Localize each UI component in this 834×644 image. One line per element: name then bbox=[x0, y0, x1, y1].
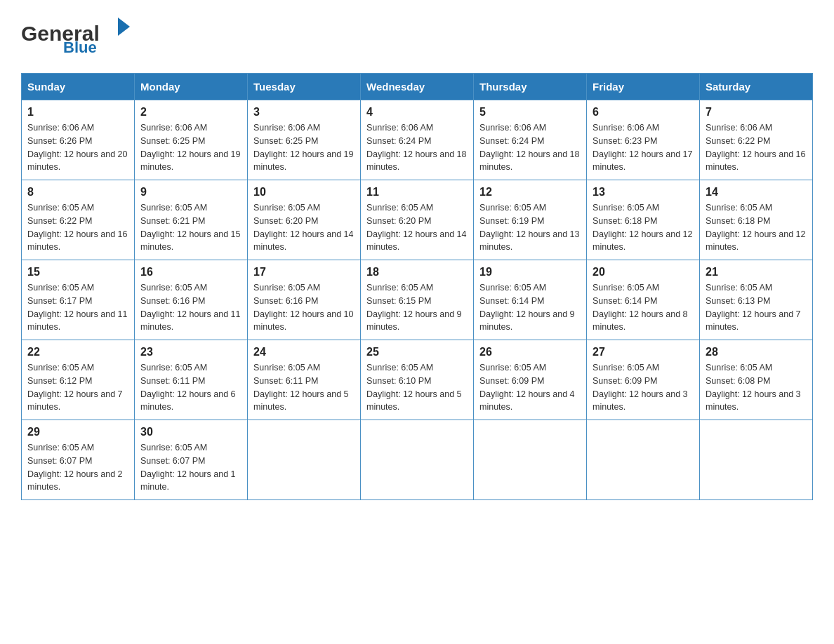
calendar-week-row: 8Sunrise: 6:05 AMSunset: 6:22 PMDaylight… bbox=[22, 180, 813, 260]
day-number: 20 bbox=[593, 266, 694, 279]
calendar-week-row: 1Sunrise: 6:06 AMSunset: 6:26 PMDaylight… bbox=[22, 100, 813, 180]
day-number: 30 bbox=[140, 426, 241, 438]
calendar-day-cell: 12Sunrise: 6:05 AMSunset: 6:19 PMDayligh… bbox=[474, 180, 587, 260]
day-number: 2 bbox=[140, 106, 241, 119]
calendar-day-cell: 28Sunrise: 6:05 AMSunset: 6:08 PMDayligh… bbox=[700, 340, 813, 420]
day-number: 28 bbox=[706, 346, 807, 358]
day-of-week-header: Tuesday bbox=[248, 74, 361, 100]
day-info: Sunrise: 6:05 AMSunset: 6:15 PMDaylight:… bbox=[366, 281, 468, 334]
day-info: Sunrise: 6:05 AMSunset: 6:22 PMDaylight:… bbox=[27, 201, 128, 254]
day-info: Sunrise: 6:06 AMSunset: 6:22 PMDaylight:… bbox=[706, 121, 807, 174]
day-info: Sunrise: 6:05 AMSunset: 6:18 PMDaylight:… bbox=[593, 201, 694, 254]
day-number: 12 bbox=[479, 186, 581, 199]
calendar-day-cell: 24Sunrise: 6:05 AMSunset: 6:11 PMDayligh… bbox=[248, 340, 361, 420]
calendar-day-cell bbox=[361, 420, 474, 500]
calendar-week-row: 22Sunrise: 6:05 AMSunset: 6:12 PMDayligh… bbox=[22, 340, 813, 420]
day-info: Sunrise: 6:05 AMSunset: 6:16 PMDaylight:… bbox=[140, 281, 241, 334]
calendar-day-cell: 17Sunrise: 6:05 AMSunset: 6:16 PMDayligh… bbox=[248, 260, 361, 340]
calendar-day-cell: 18Sunrise: 6:05 AMSunset: 6:15 PMDayligh… bbox=[361, 260, 474, 340]
day-info: Sunrise: 6:05 AMSunset: 6:20 PMDaylight:… bbox=[253, 201, 355, 254]
calendar-day-cell: 16Sunrise: 6:05 AMSunset: 6:16 PMDayligh… bbox=[135, 260, 248, 340]
day-info: Sunrise: 6:06 AMSunset: 6:25 PMDaylight:… bbox=[140, 121, 241, 174]
calendar-day-cell bbox=[474, 420, 587, 500]
day-info: Sunrise: 6:06 AMSunset: 6:26 PMDaylight:… bbox=[27, 121, 128, 174]
calendar-day-cell: 21Sunrise: 6:05 AMSunset: 6:13 PMDayligh… bbox=[700, 260, 813, 340]
calendar-header-row: SundayMondayTuesdayWednesdayThursdayFrid… bbox=[22, 74, 813, 100]
day-number: 17 bbox=[253, 266, 355, 279]
day-of-week-header: Saturday bbox=[700, 74, 813, 100]
svg-text:Blue: Blue bbox=[63, 39, 97, 56]
day-of-week-header: Sunday bbox=[22, 74, 135, 100]
calendar-day-cell: 23Sunrise: 6:05 AMSunset: 6:11 PMDayligh… bbox=[135, 340, 248, 420]
day-number: 1 bbox=[27, 106, 128, 119]
day-info: Sunrise: 6:05 AMSunset: 6:14 PMDaylight:… bbox=[593, 281, 694, 334]
calendar-day-cell: 15Sunrise: 6:05 AMSunset: 6:17 PMDayligh… bbox=[22, 260, 135, 340]
day-info: Sunrise: 6:05 AMSunset: 6:07 PMDaylight:… bbox=[140, 441, 241, 494]
calendar-day-cell: 22Sunrise: 6:05 AMSunset: 6:12 PMDayligh… bbox=[22, 340, 135, 420]
day-info: Sunrise: 6:05 AMSunset: 6:21 PMDaylight:… bbox=[140, 201, 241, 254]
calendar-day-cell: 26Sunrise: 6:05 AMSunset: 6:09 PMDayligh… bbox=[474, 340, 587, 420]
calendar-day-cell: 3Sunrise: 6:06 AMSunset: 6:25 PMDaylight… bbox=[248, 100, 361, 180]
day-of-week-header: Friday bbox=[587, 74, 700, 100]
calendar-day-cell: 6Sunrise: 6:06 AMSunset: 6:23 PMDaylight… bbox=[587, 100, 700, 180]
day-number: 15 bbox=[27, 266, 128, 279]
day-number: 24 bbox=[253, 346, 355, 358]
calendar-day-cell: 9Sunrise: 6:05 AMSunset: 6:21 PMDaylight… bbox=[135, 180, 248, 260]
day-of-week-header: Thursday bbox=[474, 74, 587, 100]
day-number: 9 bbox=[140, 186, 241, 199]
day-number: 22 bbox=[27, 346, 128, 358]
calendar-day-cell bbox=[700, 420, 813, 500]
day-number: 8 bbox=[27, 186, 128, 199]
logo: General Blue bbox=[21, 14, 133, 59]
day-info: Sunrise: 6:06 AMSunset: 6:23 PMDaylight:… bbox=[593, 121, 694, 174]
day-number: 25 bbox=[366, 346, 468, 358]
day-info: Sunrise: 6:05 AMSunset: 6:19 PMDaylight:… bbox=[479, 201, 581, 254]
page-header: General Blue bbox=[21, 14, 813, 59]
day-info: Sunrise: 6:05 AMSunset: 6:20 PMDaylight:… bbox=[366, 201, 468, 254]
day-info: Sunrise: 6:05 AMSunset: 6:08 PMDaylight:… bbox=[706, 361, 807, 414]
day-number: 11 bbox=[366, 186, 468, 199]
day-of-week-header: Wednesday bbox=[361, 74, 474, 100]
day-info: Sunrise: 6:05 AMSunset: 6:09 PMDaylight:… bbox=[479, 361, 581, 414]
day-number: 7 bbox=[706, 106, 807, 119]
svg-marker-1 bbox=[118, 18, 130, 36]
day-info: Sunrise: 6:05 AMSunset: 6:17 PMDaylight:… bbox=[27, 281, 128, 334]
day-info: Sunrise: 6:05 AMSunset: 6:07 PMDaylight:… bbox=[27, 441, 128, 494]
day-info: Sunrise: 6:05 AMSunset: 6:11 PMDaylight:… bbox=[140, 361, 241, 414]
calendar-day-cell: 30Sunrise: 6:05 AMSunset: 6:07 PMDayligh… bbox=[135, 420, 248, 500]
calendar-week-row: 29Sunrise: 6:05 AMSunset: 6:07 PMDayligh… bbox=[22, 420, 813, 500]
day-info: Sunrise: 6:05 AMSunset: 6:16 PMDaylight:… bbox=[253, 281, 355, 334]
day-info: Sunrise: 6:06 AMSunset: 6:24 PMDaylight:… bbox=[479, 121, 581, 174]
calendar-week-row: 15Sunrise: 6:05 AMSunset: 6:17 PMDayligh… bbox=[22, 260, 813, 340]
day-number: 16 bbox=[140, 266, 241, 279]
calendar-day-cell: 1Sunrise: 6:06 AMSunset: 6:26 PMDaylight… bbox=[22, 100, 135, 180]
calendar-day-cell: 4Sunrise: 6:06 AMSunset: 6:24 PMDaylight… bbox=[361, 100, 474, 180]
calendar-day-cell: 7Sunrise: 6:06 AMSunset: 6:22 PMDaylight… bbox=[700, 100, 813, 180]
day-number: 27 bbox=[593, 346, 694, 358]
day-number: 6 bbox=[593, 106, 694, 119]
day-number: 18 bbox=[366, 266, 468, 279]
day-info: Sunrise: 6:05 AMSunset: 6:11 PMDaylight:… bbox=[253, 361, 355, 414]
day-info: Sunrise: 6:06 AMSunset: 6:25 PMDaylight:… bbox=[253, 121, 355, 174]
calendar-day-cell: 13Sunrise: 6:05 AMSunset: 6:18 PMDayligh… bbox=[587, 180, 700, 260]
calendar-day-cell: 11Sunrise: 6:05 AMSunset: 6:20 PMDayligh… bbox=[361, 180, 474, 260]
day-info: Sunrise: 6:05 AMSunset: 6:18 PMDaylight:… bbox=[706, 201, 807, 254]
calendar-day-cell: 14Sunrise: 6:05 AMSunset: 6:18 PMDayligh… bbox=[700, 180, 813, 260]
calendar-day-cell: 20Sunrise: 6:05 AMSunset: 6:14 PMDayligh… bbox=[587, 260, 700, 340]
day-number: 14 bbox=[706, 186, 807, 199]
day-number: 19 bbox=[479, 266, 581, 279]
day-number: 13 bbox=[593, 186, 694, 199]
day-info: Sunrise: 6:05 AMSunset: 6:12 PMDaylight:… bbox=[27, 361, 128, 414]
calendar-day-cell bbox=[587, 420, 700, 500]
day-of-week-header: Monday bbox=[135, 74, 248, 100]
calendar-day-cell: 19Sunrise: 6:05 AMSunset: 6:14 PMDayligh… bbox=[474, 260, 587, 340]
day-number: 23 bbox=[140, 346, 241, 358]
day-info: Sunrise: 6:05 AMSunset: 6:13 PMDaylight:… bbox=[706, 281, 807, 334]
calendar-day-cell: 8Sunrise: 6:05 AMSunset: 6:22 PMDaylight… bbox=[22, 180, 135, 260]
calendar-day-cell bbox=[248, 420, 361, 500]
calendar-day-cell: 25Sunrise: 6:05 AMSunset: 6:10 PMDayligh… bbox=[361, 340, 474, 420]
day-number: 26 bbox=[479, 346, 581, 358]
day-number: 21 bbox=[706, 266, 807, 279]
day-info: Sunrise: 6:05 AMSunset: 6:10 PMDaylight:… bbox=[366, 361, 468, 414]
calendar-day-cell: 10Sunrise: 6:05 AMSunset: 6:20 PMDayligh… bbox=[248, 180, 361, 260]
